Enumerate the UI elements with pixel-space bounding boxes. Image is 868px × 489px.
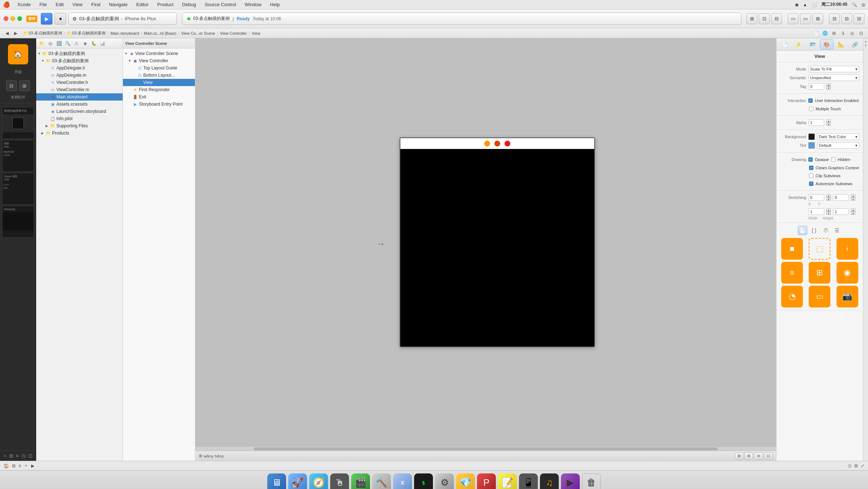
horizontal-scrollbar[interactable] xyxy=(195,446,776,451)
layout-split-btn[interactable]: ⊞ xyxy=(812,13,823,24)
tree-item-appdelegate-h[interactable]: h AppDelegate.h xyxy=(36,64,123,72)
editor-assistant-btn[interactable]: ⊡ xyxy=(759,13,770,24)
bb-grid-icon[interactable]: ⊞ xyxy=(12,463,16,468)
editor-standard-btn[interactable]: ⊞ xyxy=(746,13,757,24)
inspector-tab-size[interactable]: 📐 xyxy=(834,39,848,50)
clock-icon[interactable]: ◷ xyxy=(21,453,26,459)
sw-down[interactable]: ▼ xyxy=(826,212,831,215)
rs-down-icon[interactable]: ▼ xyxy=(864,44,867,47)
battery-icon[interactable]: ⬜ xyxy=(812,2,817,7)
obj-icon-1[interactable]: ■ xyxy=(781,238,803,260)
breadcrumb-project[interactable]: 📁 03-多点触摸的案例 xyxy=(22,30,63,36)
sx-down[interactable]: ▼ xyxy=(826,197,831,201)
sh-stepper[interactable]: ▲ ▼ xyxy=(851,208,855,215)
wifi-icon[interactable]: ▲ xyxy=(803,2,807,7)
dock-item-launchpad[interactable]: 🚀 xyxy=(288,473,307,489)
grid-layout-icon[interactable]: ⊞ xyxy=(9,453,13,459)
inspector-toggle[interactable]: ⊟ xyxy=(854,13,864,24)
tree-item-subgroup[interactable]: ▼ 📁 03-多点触摸的案例 xyxy=(36,57,123,64)
run-button[interactable]: ▶ xyxy=(41,13,52,25)
menu-product[interactable]: Product xyxy=(156,1,175,8)
sw-stepper[interactable]: ▲ ▼ xyxy=(826,208,831,215)
tree-item-vc-h[interactable]: h ViewController.h xyxy=(36,79,123,86)
menu-debug[interactable]: Debug xyxy=(181,1,197,8)
menu-find[interactable]: Find xyxy=(90,1,102,8)
thumbnail-1[interactable]: 视图的触摸事件处 xyxy=(2,107,34,139)
tag-up[interactable]: ▲ xyxy=(826,83,831,86)
stop-button[interactable]: ■ xyxy=(55,13,66,25)
sy-stepper[interactable]: ▲ ▼ xyxy=(851,194,855,201)
scene-item-exit[interactable]: 🚪 Exit xyxy=(123,93,195,101)
user-interaction-check[interactable]: ✓ xyxy=(808,98,813,103)
autoresize-check[interactable]: ✓ xyxy=(809,182,813,186)
dock-item-syspref[interactable]: ⚙ xyxy=(435,473,454,489)
rs-up-icon[interactable]: ▲ xyxy=(864,40,867,43)
breadcrumb-vc[interactable]: View Controller xyxy=(219,31,248,36)
navigator-toggle[interactable]: ⊟ xyxy=(829,13,840,24)
tint-color-swatch[interactable] xyxy=(808,142,815,149)
obj-icon-7[interactable]: ◔ xyxy=(781,286,803,307)
test-icon[interactable]: ◈ xyxy=(81,39,89,47)
stretch-h[interactable]: 1 xyxy=(833,208,849,215)
search-icon[interactable]: 🔍 xyxy=(852,2,857,7)
dock-item-music[interactable]: ♫ xyxy=(540,473,559,489)
size-pill-fit[interactable]: ⊡ xyxy=(764,452,773,459)
clears-check[interactable]: ✓ xyxy=(809,166,813,170)
debug-area-toggle[interactable]: ⊟ xyxy=(841,13,852,24)
canvas-scroll[interactable]: → xyxy=(195,38,776,446)
breadcrumb-group[interactable]: 📁 03-多点触摸的案例 xyxy=(66,30,107,36)
tree-item-assets[interactable]: ▣ Assets.xcassets xyxy=(36,101,123,108)
tree-item-main-storyboard[interactable]: ◈ Main.storyboard xyxy=(36,93,123,101)
scene-item-root[interactable]: ▼ ◈ View Controller Scene xyxy=(123,50,195,57)
breadcrumb-scene[interactable]: View Co...er Scene xyxy=(180,31,216,36)
insp-bg-dropdown[interactable]: Dark Text Color ▾ xyxy=(817,133,859,140)
tree-item-products[interactable]: ▶ 📁 Products xyxy=(36,129,123,137)
obj-tab-code[interactable]: { } xyxy=(809,226,819,235)
size-pill-grid[interactable]: ⊞ xyxy=(735,452,743,459)
issue-icon[interactable]: ⚠ xyxy=(72,39,80,47)
alpha-down[interactable]: ▼ xyxy=(826,123,831,126)
bb-list-icon[interactable]: ≡ xyxy=(18,463,21,468)
menu-navigate[interactable]: Navigate xyxy=(107,1,129,8)
obj-tab-file[interactable]: 📄 xyxy=(798,226,807,235)
layout-btn[interactable]: ⊞ xyxy=(830,29,838,37)
breadcrumb-forward[interactable]: ▶ xyxy=(12,29,20,37)
bb-nav-icon[interactable]: ▶ xyxy=(31,463,34,468)
bluetooth-icon[interactable]: ◉ xyxy=(795,2,799,7)
bb-time-icon[interactable]: ◷ xyxy=(848,463,851,468)
inspector-tab-attributes[interactable]: 🎨 xyxy=(820,39,834,50)
list-layout-icon[interactable]: ≡ xyxy=(16,453,18,459)
thumbnail-4[interactable]: UNview的... xyxy=(2,206,34,238)
tag-stepper[interactable]: ▲ ▼ xyxy=(826,83,831,90)
obj-icon-8[interactable]: ▭ xyxy=(809,286,830,307)
thumbnail-3[interactable]: Classe 视图代理 COPY代码... xyxy=(2,173,34,205)
dock-item-terminal[interactable]: $ xyxy=(414,473,433,489)
sw-up[interactable]: ▲ xyxy=(826,208,831,212)
scrollbar-thumb[interactable] xyxy=(254,447,718,450)
source-ctrl-icon[interactable]: ◎ xyxy=(46,39,54,47)
bb-expand-icon[interactable]: ⤢ xyxy=(861,463,864,468)
scene-item-first-responder[interactable]: ⚡ First Responder xyxy=(123,86,195,93)
menu-help[interactable]: Help xyxy=(269,1,281,8)
menu-editor[interactable]: Editor xyxy=(135,1,150,8)
size-pill-zoom-in[interactable]: ⊕ xyxy=(745,452,753,459)
dock-item-stickies[interactable]: 📝 xyxy=(498,473,517,489)
dock-item-xcode[interactable]: X xyxy=(393,473,412,489)
add-file-btn[interactable]: 📄 xyxy=(812,29,820,37)
symbol-nav-icon[interactable]: 🔣 xyxy=(55,39,63,47)
tree-item-launchscreen[interactable]: ◈ LaunchScreen.storyboard xyxy=(36,108,123,115)
inspector-tab-connections[interactable]: 🔗 xyxy=(848,39,862,50)
menu-window[interactable]: Window xyxy=(243,1,263,8)
editor-version-btn[interactable]: ⊟ xyxy=(771,13,782,24)
scene-item-view[interactable]: ◻ View xyxy=(123,79,195,86)
inspector-btn2[interactable]: ℹ xyxy=(839,29,847,37)
breadcrumb-file[interactable]: Main.storyboard xyxy=(110,31,140,36)
obj-icon-4[interactable]: ≡ xyxy=(781,262,803,284)
scene-item-vc[interactable]: ▼ ◉ View Controller xyxy=(123,57,195,64)
left-panel-icon[interactable]: ⊟ xyxy=(6,80,17,91)
inspector-tab-identity[interactable]: 🪪 xyxy=(806,39,819,50)
siri-icon[interactable]: ◎ xyxy=(861,2,865,7)
settings-icon[interactable]: ⊡ xyxy=(28,453,33,459)
sh-down[interactable]: ▼ xyxy=(851,212,855,215)
bb-debug-icon[interactable]: ⊞ xyxy=(854,463,858,468)
